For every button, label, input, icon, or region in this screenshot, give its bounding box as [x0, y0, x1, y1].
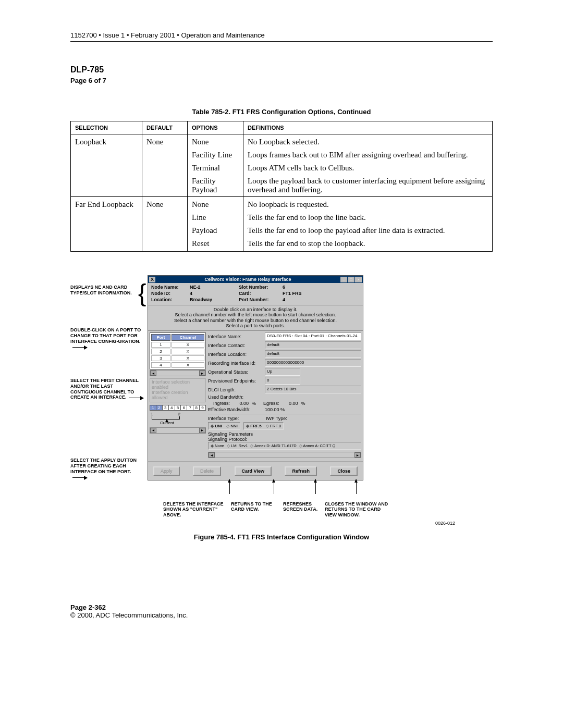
port-panel: PortChannel 1X 2X 3X 4X ◄► Interface sel… [150, 332, 206, 458]
copyright: © 2000, ADC Telecommunications, Inc. [70, 611, 493, 619]
arrow-right-icon [129, 398, 143, 398]
fields-panel: Interface Name:DS0-E0 FRS : Slot 04 : Po… [208, 332, 361, 458]
scroll-left-icon[interactable]: ◄ [209, 452, 215, 458]
figure-caption: Figure 785-4. FT1 FRS Interface Configur… [70, 533, 493, 541]
callout-refresh: REFRESHES SCREEN DATA. [283, 501, 325, 517]
sigprot-radio[interactable]: None LMI Rev1 Annex D: ANSI T1.617D Anne… [208, 442, 361, 450]
channel-diagram: 12 Current [150, 412, 206, 425]
dlci-field[interactable]: 2 Octets 10 Bits [265, 386, 361, 393]
close-x-icon[interactable]: X [149, 277, 155, 282]
button-bar: Apply Delete Card View Refresh Close [148, 461, 363, 480]
figure-number: 0026-012 [163, 521, 455, 526]
scroll-right-icon[interactable]: ► [354, 452, 361, 458]
close-button[interactable]: Close [330, 466, 358, 476]
port-row[interactable]: 4X [151, 362, 204, 368]
config-window: X Cellworx Vision: Frame Relay Interface… [148, 275, 363, 480]
page-of: Page 6 of 7 [70, 77, 493, 84]
window-title: Cellworx Vision: Frame Relay Interface [155, 277, 340, 282]
arrow-up-icon [356, 479, 357, 494]
scrollbar[interactable]: ◄► [150, 427, 206, 434]
callout-close: CLOSES THE WINDOW AND RETURNS TO THE CAR… [325, 501, 393, 517]
dlp-code: DLP-785 [70, 65, 493, 75]
left-callouts: DISPLAYS NE AND CARD TYPE/SLOT INFORMATI… [70, 275, 143, 484]
arrow-right-icon [72, 347, 87, 348]
cardview-button[interactable]: Card View [235, 466, 272, 476]
doc-header: 1152700 • Issue 1 • February 2001 • Oper… [70, 31, 493, 39]
interface-location-field[interactable]: default [265, 350, 361, 358]
scrollbar[interactable]: ◄► [150, 370, 206, 376]
titlebar[interactable]: X Cellworx Vision: Frame Relay Interface… [148, 276, 363, 283]
brace-icon: { [138, 282, 146, 303]
iwftype-radio[interactable]: FRF.5 FRF.8 [243, 422, 284, 430]
instructions: Double click on an interface to display … [148, 305, 363, 331]
figure-wrap: DISPLAYS NE AND CARD TYPE/SLOT INFORMATI… [70, 275, 493, 484]
recording-id-field[interactable]: 0000000000000000 [265, 359, 361, 367]
callout-info: DISPLAYS NE AND CARD TYPE/SLOT INFORMATI… [70, 285, 143, 296]
table-row: LoopbackNoneNoneNo Loopback selected. [71, 134, 493, 149]
port-row[interactable]: 2X [151, 349, 204, 354]
scroll-right-icon[interactable]: ► [199, 371, 205, 376]
channel-selector[interactable]: 1 2 3 4 5 6 7 8 9 [150, 405, 206, 411]
table-row: Facility PayloadLoops the payload back t… [71, 175, 493, 197]
table-row: Far End LoopbackNoneNoneNo loopback is r… [71, 197, 493, 212]
th-default: DEFAULT [142, 121, 188, 134]
iftype-radio[interactable]: UNI NNI [208, 422, 240, 430]
callout-port: DOUBLE-CLICK ON A PORT TO CHANGE TO THAT… [70, 327, 143, 350]
config-table: SELECTION DEFAULT OPTIONS DEFINITIONS Lo… [70, 121, 493, 252]
op-status-field: Up [265, 368, 300, 376]
status-box: Interface selection enabled Interface cr… [150, 378, 206, 402]
scroll-left-icon[interactable]: ◄ [150, 371, 156, 376]
port-row[interactable]: 1X [151, 342, 204, 348]
minimize-icon[interactable]: – [340, 277, 347, 282]
brace-wrap: { X Cellworx Vision: Frame Relay Interfa… [148, 275, 363, 484]
maximize-icon[interactable]: □ [348, 277, 354, 282]
divider [70, 41, 493, 42]
delete-button[interactable]: Delete [193, 466, 221, 476]
interface-contact-field[interactable]: default [265, 341, 361, 349]
info-header: Node Name:NE-2 Slot Number:6 Node ID:4 C… [148, 283, 363, 305]
table-caption: Table 785-2. FT1 FRS Configuration Optio… [70, 108, 493, 116]
table-row: Facility LineLoops frames back out to EI… [71, 149, 493, 162]
scroll-right-icon[interactable]: ► [199, 428, 205, 433]
table-row: ResetTells the far end to stop the loopb… [71, 237, 493, 252]
scrollbar[interactable]: ◄► [208, 452, 361, 458]
callout-delete: DELETES THE INTERFACE SHOWN AS "CURRENT"… [163, 501, 231, 517]
table-row: LineTells the far end to loop the line b… [71, 211, 493, 224]
arrow-up-icon [229, 479, 230, 494]
callout-channel: SELECT THE FIRST CHANNEL AND/OR THE LAST… [70, 378, 143, 400]
arrow-up-icon [315, 479, 316, 494]
port-row[interactable]: 3X [151, 355, 204, 361]
arrow-up-icon [274, 479, 274, 494]
port-table[interactable]: PortChannel 1X 2X 3X 4X [150, 332, 206, 369]
apply-button[interactable]: Apply [153, 466, 180, 476]
interface-name-field[interactable]: DS0-E0 FRS : Slot 04 : Port 01 : Channel… [265, 332, 361, 340]
th-options: OPTIONS [188, 121, 243, 134]
endpoints-field: 0 [265, 377, 300, 385]
refresh-button[interactable]: Refresh [285, 466, 317, 476]
th-selection: SELECTION [71, 121, 142, 134]
page-number: Page 2-362 [70, 603, 493, 611]
close-icon[interactable]: × [355, 277, 362, 282]
footer: Page 2-362 © 2000, ADC Telecommunication… [70, 603, 493, 619]
th-definitions: DEFINITIONS [243, 121, 493, 134]
bottom-callouts: DELETES THE INTERFACE SHOWN AS "CURRENT"… [70, 501, 493, 517]
callout-apply: SELECT THE APPLY BUTTON AFTER CREATING E… [70, 458, 143, 480]
table-row: PayloadTells the far end to loop the pay… [71, 224, 493, 237]
arrow-right-icon [72, 477, 87, 478]
callout-return: RETURNS TO THE CARD VIEW. [231, 501, 283, 517]
scroll-left-icon[interactable]: ◄ [150, 428, 156, 433]
table-row: TerminalLoops ATM cells back to Cellbus. [71, 162, 493, 175]
